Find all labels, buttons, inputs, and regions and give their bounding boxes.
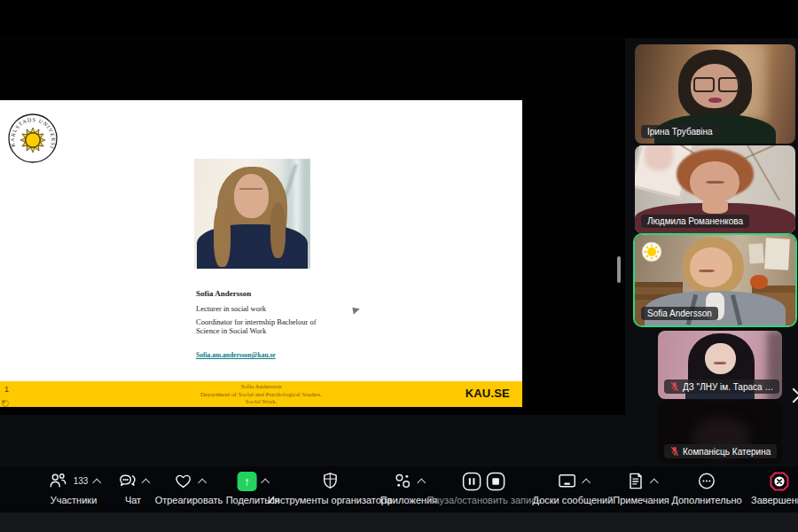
muted-mic-icon — [670, 446, 679, 457]
video-tile[interactable]: Ірина Трубавіна — [635, 44, 795, 144]
chevron-up-icon[interactable] — [92, 478, 101, 487]
participants-count-badge: 133 — [74, 476, 89, 486]
pause-recording-icon — [462, 471, 483, 492]
toolbar-react[interactable]: Отреагировать — [155, 470, 223, 505]
toolbar-pause-stop-recording[interactable]: Пауза/остановить запись — [427, 470, 542, 505]
toolbar-participants[interactable]: 133 Участники — [48, 470, 100, 505]
toolbar-notes[interactable]: Примечания — [613, 470, 669, 505]
participant-name: Компанієць Катерина — [683, 447, 771, 457]
footer-line3: Social Work. — [245, 398, 277, 405]
video-tile-active-speaker[interactable]: Sofia Andersson — [633, 233, 797, 327]
participant-name: ДЗ "ЛНУ ім. Тараса … — [683, 382, 773, 392]
video-tile[interactable]: Компанієць Катерина — [658, 401, 782, 464]
slide-role-line3: Science in Social Work — [196, 326, 266, 335]
karlstads-university-logo: KARLSTADS UNIVERSITET — [7, 113, 59, 164]
muted-mic-icon — [670, 381, 679, 392]
participant-name-tag: Компанієць Катерина — [664, 444, 777, 458]
chevron-up-icon[interactable] — [418, 478, 426, 487]
video-tile[interactable]: Людмила Романенкова — [635, 145, 795, 233]
presenter-photo — [194, 159, 310, 269]
whiteboard-icon — [557, 471, 578, 491]
toolbar-end-meeting[interactable]: Завершение — [751, 470, 798, 505]
bottom-band — [0, 512, 798, 532]
chevron-up-icon[interactable] — [198, 478, 207, 487]
toolbar-chat[interactable]: Чат — [117, 470, 149, 505]
participant-name-tag: Sofia Andersson — [641, 307, 718, 320]
photo-face — [234, 174, 269, 218]
shield-icon — [320, 471, 340, 491]
toolbar-host-tools[interactable]: Инструменты организатора — [268, 470, 392, 505]
video-tile[interactable]: ДЗ "ЛНУ ім. Тараса … — [658, 331, 782, 399]
toolbar-whiteboards[interactable]: Доски сообщений — [533, 470, 614, 505]
share-arrow: ↑ — [244, 474, 250, 489]
toolbar-label: Примечания — [613, 495, 669, 505]
slide-footer-bar: 1 Sofia Andersson Department of Social a… — [0, 381, 522, 407]
chevron-up-icon[interactable] — [582, 478, 591, 487]
heart-icon — [173, 471, 194, 491]
chevron-up-icon[interactable] — [142, 478, 151, 487]
slide-presenter-name: Sofia Andersson — [196, 289, 251, 298]
share-screen-icon: ↑ — [238, 472, 257, 491]
participant-name-tag: ДЗ "ЛНУ ім. Тараса … — [664, 379, 779, 394]
toolbar-label: Дополнительно — [671, 495, 741, 505]
photo-hair-strand-left — [214, 205, 230, 266]
toolbar-label: Инструменты организатора — [268, 495, 392, 505]
participant-name: Sofia Andersson — [647, 309, 712, 318]
participants-icon — [48, 471, 68, 491]
photo-brow — [239, 188, 262, 190]
slide-footer-text: Sofia Andersson Department of Social and… — [0, 383, 522, 406]
slide-role-line2a: Coordinator for internship Bachelour of — [196, 317, 317, 326]
apps-icon — [393, 471, 413, 491]
stage-scrollbar-thumb[interactable] — [617, 256, 621, 283]
stop-recording-icon — [486, 471, 507, 492]
toolbar-label: Доски сообщений — [533, 495, 614, 505]
meeting-window: KARLSTADS UNIVERSITET Sofia Andersso — [0, 0, 798, 532]
more-ellipsis-icon — [696, 471, 716, 491]
toolbar-label: Чат — [125, 495, 141, 505]
slide-role-line2: Coordinator for internship Bachelour of … — [196, 317, 356, 335]
slide-email-link: Sofia.am.andersson@kau.se — [196, 351, 276, 359]
footer-line1: Sofia Andersson — [240, 383, 281, 390]
end-meeting-icon — [769, 471, 790, 492]
mouse-cursor — [352, 306, 360, 314]
participant-name-tag: Ірина Трубавіна — [641, 125, 719, 138]
toolbar-label: Отреагировать — [155, 495, 223, 505]
notes-icon — [625, 471, 645, 491]
photo-hair-strand-right — [270, 203, 286, 258]
toolbar-label: Пауза/остановить запись — [427, 495, 542, 505]
participant-name: Ірина Трубавіна — [647, 127, 713, 137]
kau-se-logo: KAU.SE — [466, 387, 510, 400]
chat-icon — [117, 471, 137, 491]
shared-slide: KARLSTADS UNIVERSITET Sofia Andersso — [0, 100, 522, 407]
slide-role-line1: Lecturer in social work — [196, 304, 266, 313]
toolbar-label: Участники — [51, 495, 98, 505]
toolbar-label: Завершение — [751, 495, 798, 505]
participant-name: Людмила Романенкова — [647, 216, 743, 226]
footer-line2: Department of Social and Psychological S… — [200, 391, 322, 398]
participant-name-tag: Людмила Романенкова — [641, 215, 749, 228]
chevron-up-icon[interactable] — [650, 478, 659, 487]
university-sun-avatar — [641, 241, 662, 262]
toolbar-more[interactable]: Дополнительно — [671, 470, 741, 505]
